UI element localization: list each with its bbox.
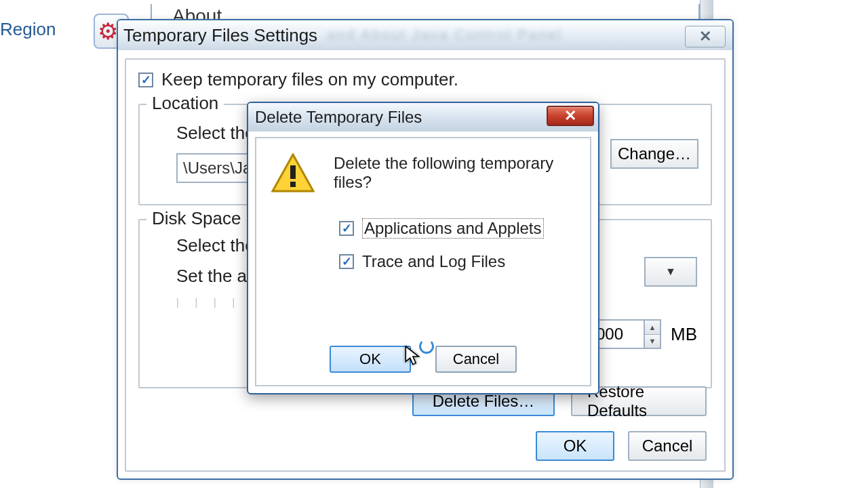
busy-spinner-icon <box>419 339 434 354</box>
diskspace-size-spinner[interactable]: 000 ▲ ▼ <box>589 319 661 349</box>
option-trace-log-files[interactable]: ✓ Trace and Log Files <box>339 252 575 271</box>
close-icon: ✕ <box>564 107 576 125</box>
settings-titlebar[interactable]: Temporary Files Settings and About Java … <box>118 20 732 50</box>
keep-temp-files-label: Keep temporary files on my computer. <box>161 69 458 90</box>
svg-rect-2 <box>290 182 296 187</box>
settings-close-button[interactable]: ✕ <box>685 26 726 47</box>
diskspace-size-value: 000 <box>596 325 623 344</box>
settings-ok-button[interactable]: OK <box>536 431 614 461</box>
chevron-down-icon: ▼ <box>665 266 676 278</box>
location-legend: Location <box>146 93 224 114</box>
delete-cancel-button[interactable]: Cancel <box>435 346 517 373</box>
option-label: Applications and Applets <box>362 218 544 239</box>
keep-temp-files-checkbox[interactable]: ✓ <box>138 73 153 87</box>
settings-title: Temporary Files Settings <box>123 25 317 46</box>
delete-dialog-message: Delete the following temporary files? <box>334 154 575 192</box>
settings-cancel-button[interactable]: Cancel <box>628 431 707 461</box>
spinner-up-icon[interactable]: ▲ <box>644 321 660 335</box>
svg-rect-1 <box>290 165 296 179</box>
delete-ok-button[interactable]: OK <box>330 346 411 373</box>
delete-options: ✓ Applications and Applets ✓ Trace and L… <box>339 218 575 271</box>
compression-dropdown[interactable]: ▼ <box>644 257 697 287</box>
option-applications-applets[interactable]: ✓ Applications and Applets <box>339 218 575 239</box>
diskspace-legend: Disk Space <box>146 208 247 229</box>
checkbox-applications-applets[interactable]: ✓ <box>339 221 354 236</box>
spinner-down-icon[interactable]: ▼ <box>644 335 660 348</box>
delete-dialog-close-button[interactable]: ✕ <box>547 106 594 126</box>
warning-icon <box>271 153 315 192</box>
settings-bottom-row: OK Cancel <box>536 431 707 461</box>
region-label: Region <box>0 19 56 40</box>
delete-dialog-titlebar[interactable]: Delete Temporary Files <box>248 103 598 131</box>
close-icon: ✕ <box>699 28 711 45</box>
delete-dialog-title: Delete Temporary Files <box>255 108 422 127</box>
change-location-button[interactable]: Change… <box>610 139 698 169</box>
checkbox-trace-log-files[interactable]: ✓ <box>339 254 354 269</box>
diskspace-unit: MB <box>671 324 697 345</box>
titlebar-blurred-text: and About Java Control Panel <box>327 26 562 44</box>
option-label: Trace and Log Files <box>362 252 505 271</box>
